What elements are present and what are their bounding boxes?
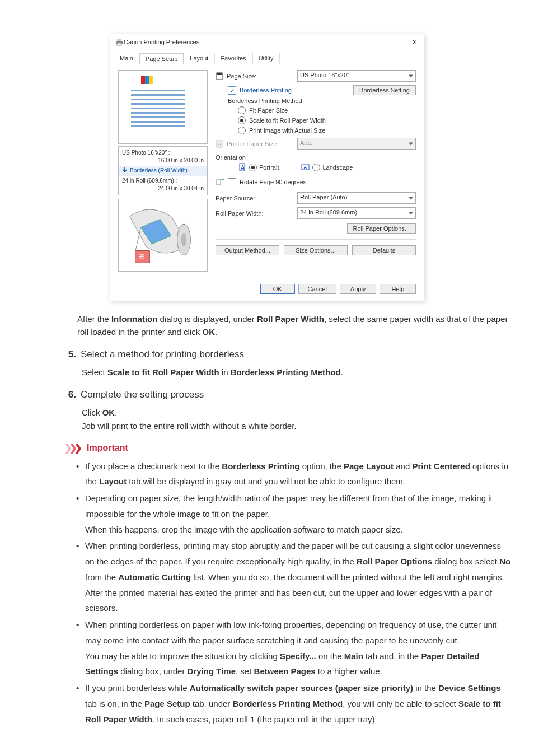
step-6-title: Complete the setting process (81, 389, 204, 400)
tab-page-setup[interactable]: Page Setup (139, 53, 184, 64)
landscape-icon: A (301, 163, 310, 172)
portrait-label: Portrait (259, 164, 279, 171)
step-5-body: Select Scale to fit Roll Paper Width in … (82, 366, 517, 379)
dialog-title: Canon Printing Preferences (124, 39, 199, 45)
size-options-button[interactable]: Size Options... (284, 245, 348, 255)
svg-rect-16 (217, 180, 221, 185)
step-5-number: 5. (60, 349, 76, 360)
landscape-label: Landscape (322, 164, 353, 171)
radio-scale-to-fit[interactable] (238, 116, 246, 124)
step-5: 5. Select a method for printing borderle… (17, 349, 517, 360)
svg-rect-9 (217, 73, 222, 75)
dialog-titlebar: Canon Printing Preferences × (110, 34, 424, 50)
page-size-label: Page Size: (227, 73, 256, 80)
roll-width-select[interactable]: 24 in Roll (609.6mm) (297, 207, 416, 219)
tab-layout[interactable]: Layout (184, 53, 214, 64)
important-label: Important (87, 443, 128, 453)
ok-button[interactable]: OK (260, 284, 295, 294)
svg-point-5 (181, 233, 187, 246)
cancel-button[interactable]: Cancel (298, 284, 336, 294)
after-dialog-text: After the Information dialog is displaye… (77, 312, 517, 339)
rotate-icon (216, 178, 224, 186)
radio-fit-paper-size[interactable] (238, 106, 246, 114)
important-item-2: Depending on paper size, the length/widt… (76, 491, 512, 537)
help-button[interactable]: Help (380, 284, 416, 294)
step-5-title: Select a method for printing borderless (81, 349, 244, 360)
page-preview (118, 70, 208, 144)
svg-rect-2 (117, 43, 121, 45)
tab-favorites[interactable]: Favorites (214, 53, 252, 64)
down-arrow-icon (122, 167, 128, 175)
orientation-label: Orientation (216, 154, 416, 161)
info-borderless: Borderless (Roll Width) (119, 166, 207, 176)
info-rollsize: 24 in Roll (609.6mm) : 24.00 in x 30.04 … (122, 177, 204, 193)
borderless-method-label: Borderless Printing Method (228, 97, 416, 104)
paper-source-select[interactable]: Roll Paper (Auto) (297, 192, 416, 204)
borderless-setting-button[interactable]: Borderless Setting (353, 85, 416, 95)
important-item-4: When printing borderless on paper with l… (76, 617, 512, 679)
page-size-select[interactable]: US Photo 16"x20" (297, 70, 416, 82)
printing-preferences-dialog: Canon Printing Preferences × Main Page S… (110, 34, 424, 301)
fit-paper-size-label: Fit Paper Size (249, 107, 288, 114)
preview-info: US Photo 16"x20" : 16.00 in x 20.00 in B… (118, 146, 208, 195)
apply-button[interactable]: Apply (340, 284, 377, 294)
svg-text:A: A (241, 165, 245, 171)
important-item-3: When printing borderless, printing may s… (76, 538, 512, 616)
borderless-checkbox[interactable]: ✓ (228, 86, 236, 95)
svg-text:A: A (303, 165, 307, 170)
important-list: If you place a checkmark next to the Bor… (76, 459, 512, 727)
printer-paper-size-icon: A (216, 139, 224, 148)
borderless-label: Borderless Printing (240, 87, 292, 94)
dialog-tabs: Main Page Setup Layout Favorites Utility (110, 50, 424, 64)
roll-paper-options-button[interactable]: Roll Paper Options... (347, 223, 416, 234)
important-item-1: If you place a checkmark next to the Bor… (76, 459, 512, 490)
scale-to-fit-label: Scale to fit Roll Paper Width (249, 117, 326, 124)
step-6-number: 6. (60, 389, 76, 400)
roll-width-label: Roll Paper Width: (216, 210, 294, 217)
important-chevrons-icon: ❯❯❯ (64, 442, 79, 454)
close-icon[interactable]: × (410, 38, 419, 46)
paper-source-label: Paper Source: (216, 195, 294, 202)
radio-actual-size[interactable] (238, 127, 246, 134)
roll-paper-illustration: स (118, 199, 208, 272)
printer-paper-size-select: Auto (297, 138, 416, 150)
output-method-button[interactable]: Output Method... (216, 245, 279, 255)
printer-icon (115, 38, 124, 46)
rotate-90-checkbox[interactable] (228, 178, 236, 186)
printer-paper-size-label: Printer Paper Size: (227, 141, 278, 147)
radio-portrait[interactable] (249, 164, 257, 171)
important-heading: ❯❯❯ Important (64, 442, 517, 454)
rotate-90-label: Rotate Page 90 degrees (240, 179, 306, 185)
info-pagesize: US Photo 16"x20" : 16.00 in x 20.00 in (122, 149, 204, 165)
actual-size-label: Print Image with Actual Size (249, 127, 325, 134)
tab-main[interactable]: Main (114, 53, 139, 64)
svg-rect-1 (117, 39, 121, 41)
important-item-5: If you print borderless while Automatica… (76, 680, 512, 727)
portrait-icon: A (238, 163, 247, 172)
tab-utility[interactable]: Utility (252, 53, 280, 64)
svg-text:A: A (218, 142, 221, 147)
step-6-body: Click OK. Job will print to the entire r… (82, 406, 517, 433)
defaults-button[interactable]: Defaults (352, 245, 416, 255)
svg-text:स: स (138, 252, 144, 261)
page-size-icon (216, 72, 224, 81)
radio-landscape[interactable] (312, 164, 320, 171)
step-6: 6. Complete the setting process (17, 389, 517, 400)
